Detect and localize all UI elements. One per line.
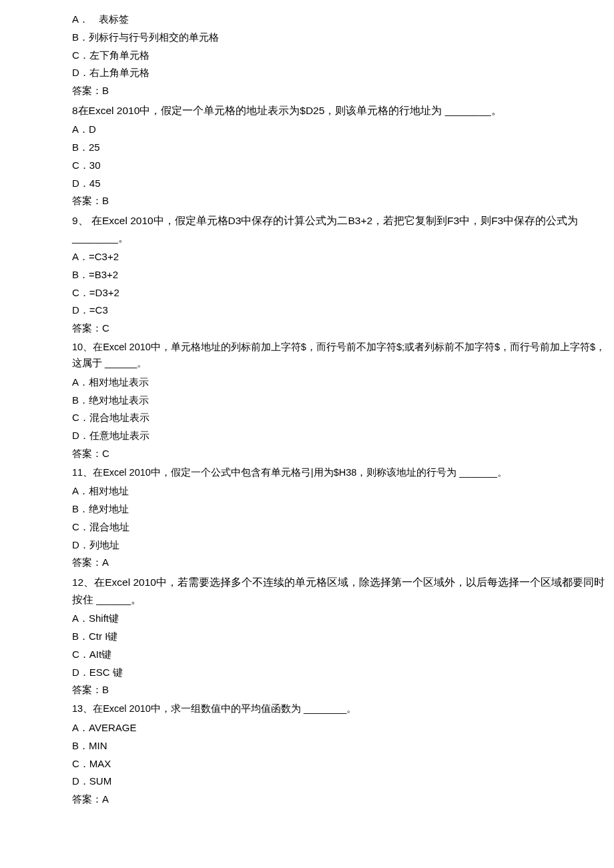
- q7-option-a: A． 表标签: [72, 11, 614, 28]
- q12-option-a: A．Shift键: [72, 610, 614, 627]
- q8-option-b: B．25: [72, 139, 614, 156]
- q10-answer: 答案：C: [72, 446, 614, 462]
- q11-stem: 11、在Excel 2010中，假定一个公式中包含有单元格弓|用为$H38，则称…: [72, 465, 614, 481]
- q12-option-b: B．Ctr I键: [72, 628, 614, 645]
- q12-option-c: C．AIt键: [72, 646, 614, 663]
- q7-answer: 答案：B: [72, 83, 614, 99]
- q8-stem: 8在Excel 2010中，假定一个单元格的地址表示为$D25，则该单元格的行地…: [72, 102, 614, 119]
- q13-option-d: D．SUM: [72, 773, 614, 790]
- q11-option-a: A．相对地址: [72, 483, 614, 500]
- q9-stem: 9、 在Excel 2010中，假定单元格D3中保存的计算公式为二B3+2，若把…: [72, 212, 614, 246]
- q10-option-b: B．绝对地址表示: [72, 392, 614, 409]
- q11-option-d: D．列地址: [72, 537, 614, 554]
- q11-answer: 答案：A: [72, 554, 614, 571]
- q9-answer: 答案：C: [72, 320, 614, 337]
- q12-option-d: D．ESC 键: [72, 665, 614, 681]
- q10-stem: 10、在Excel 2010中，单元格地址的列标前加上字符$，而行号前不加字符$…: [72, 340, 614, 372]
- q11-option-b: B．绝对地址: [72, 501, 614, 518]
- q7-option-b: B．列标行与行号列相交的单元格: [72, 29, 614, 46]
- q8-option-c: C．30: [72, 157, 614, 174]
- q10-option-d: D．任意地址表示: [72, 428, 614, 444]
- q13-answer: 答案：A: [72, 791, 614, 808]
- q9-option-d: D．=C3: [72, 302, 614, 319]
- q7-option-c: C．左下角单元格: [72, 47, 614, 64]
- q13-stem: 13、在Excel 2010中，求一组数值中的平均值函数为 ________。: [72, 701, 614, 717]
- q11-option-c: C．混合地址: [72, 519, 614, 536]
- q9-option-b: B．=B3+2: [72, 267, 614, 284]
- q13-option-c: C．MAX: [72, 756, 614, 773]
- q9-option-c: C．=D3+2: [72, 285, 614, 302]
- q7-option-d: D．右上角单元格: [72, 65, 614, 81]
- q8-option-a: A．D: [72, 121, 614, 138]
- q13-option-b: B．MIN: [72, 738, 614, 755]
- q8-answer: 答案：B: [72, 193, 614, 209]
- q13-option-a: A．AVERAGE: [72, 720, 614, 737]
- q12-answer: 答案：B: [72, 682, 614, 699]
- q10-option-c: C．混合地址表示: [72, 410, 614, 426]
- q9-option-a: A．=C3+2: [72, 249, 614, 266]
- q10-option-a: A．相对地址表示: [72, 374, 614, 391]
- q8-option-d: D．45: [72, 175, 614, 192]
- q12-stem: 12、在Excel 2010中，若需要选择多个不连续的单元格区域，除选择第一个区…: [72, 574, 614, 608]
